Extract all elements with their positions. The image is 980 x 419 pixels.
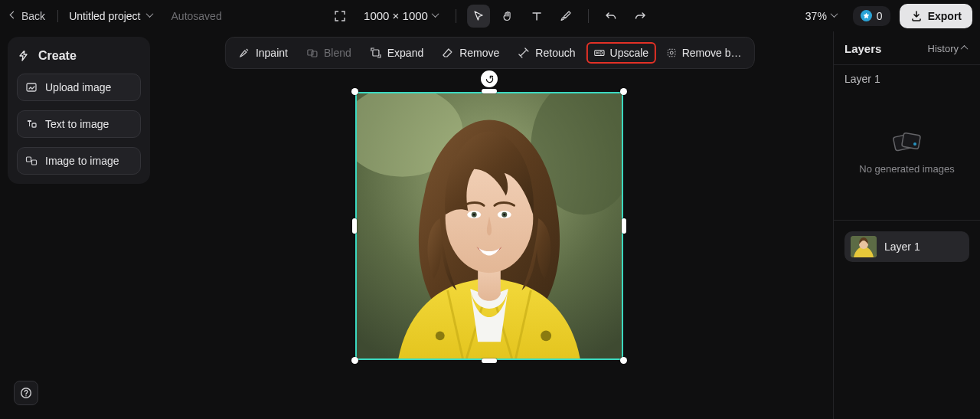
resize-handle-bottom[interactable]: [482, 358, 497, 363]
create-heading: Create: [17, 47, 141, 64]
token-count: 0: [877, 10, 883, 22]
resize-handle-bottom-right[interactable]: [620, 357, 627, 364]
svg-rect-8: [668, 49, 675, 56]
chevron-down-icon: [147, 12, 155, 20]
selected-layer-name: Layer 1: [844, 73, 969, 85]
upscale-button[interactable]: Upscale: [586, 42, 657, 64]
layers-list: Layer 1: [834, 221, 980, 273]
chevron-up-icon: [962, 45, 969, 53]
svg-point-21: [503, 214, 505, 216]
rotate-handle[interactable]: [481, 70, 498, 87]
history-toggle[interactable]: History: [928, 43, 969, 54]
token-balance-button[interactable]: 0: [853, 6, 890, 26]
inpaint-icon: [238, 47, 250, 59]
canvas-image[interactable]: [355, 92, 623, 360]
redo-icon: [634, 10, 646, 22]
export-label: Export: [928, 10, 962, 22]
brush-tool[interactable]: [554, 5, 577, 28]
redo-button[interactable]: [629, 5, 652, 28]
hand-tool[interactable]: [496, 5, 519, 28]
expand-icon: [370, 47, 382, 59]
text-to-image-icon: [25, 118, 38, 130]
hd-icon: [594, 47, 605, 58]
divider: [57, 10, 58, 22]
resize-handle-top-left[interactable]: [351, 88, 358, 95]
export-button[interactable]: Export: [900, 4, 972, 28]
svg-point-13: [436, 331, 445, 340]
resize-handle-bottom-left[interactable]: [351, 357, 358, 364]
token-icon: [861, 10, 872, 21]
inpaint-label: Inpaint: [256, 47, 288, 59]
canvas-selection[interactable]: [355, 92, 623, 360]
image-to-image-button[interactable]: Image to image: [17, 147, 141, 175]
svg-rect-6: [373, 50, 379, 56]
text-to-image-label: Text to image: [45, 118, 109, 130]
remove-background-label: Remove back…: [682, 47, 742, 59]
blend-label: Blend: [324, 47, 351, 59]
remove-background-icon: [667, 47, 677, 59]
zoom-value: 37%: [805, 10, 827, 22]
inpaint-button[interactable]: Inpaint: [230, 42, 296, 64]
resize-handle-top[interactable]: [482, 89, 497, 93]
upload-image-icon: [25, 81, 38, 93]
project-title: Untitled project: [69, 10, 140, 22]
undo-button[interactable]: [599, 5, 622, 28]
resize-canvas-button[interactable]: [328, 5, 351, 28]
topbar-center-group: 1000 × 1000: [328, 5, 652, 28]
help-button[interactable]: [14, 381, 38, 405]
remove-label: Remove: [459, 47, 499, 59]
text-tool[interactable]: [525, 5, 548, 28]
svg-point-24: [913, 142, 916, 146]
portrait-image: [357, 93, 622, 358]
history-tool-group: [599, 5, 652, 28]
canvas-size-text: 1000 × 1000: [364, 9, 428, 22]
remove-button[interactable]: Remove: [434, 42, 507, 64]
retouch-icon: [518, 47, 530, 59]
expand-button[interactable]: Expand: [362, 42, 431, 64]
resize-handle-top-right[interactable]: [620, 88, 627, 95]
resize-icon: [334, 10, 346, 22]
resize-handle-left[interactable]: [352, 218, 357, 234]
autosave-status: Autosaved: [172, 10, 222, 22]
svg-point-14: [541, 330, 551, 341]
divider: [588, 9, 589, 23]
create-panel: Create Upload image Text to image Image …: [8, 37, 150, 184]
svg-rect-2: [27, 157, 31, 162]
back-button[interactable]: Back: [8, 7, 48, 25]
upload-image-button[interactable]: Upload image: [17, 74, 141, 101]
blend-icon: [306, 47, 318, 59]
project-title-dropdown[interactable]: Untitled project: [67, 7, 155, 25]
images-icon: [892, 131, 923, 152]
create-label: Create: [38, 49, 77, 63]
history-label: History: [928, 43, 959, 54]
divider: [456, 9, 456, 23]
zoom-dropdown[interactable]: 37%: [801, 7, 844, 25]
text-icon: [531, 10, 543, 22]
layer-row-label: Layer 1: [884, 241, 920, 253]
eraser-icon: [442, 47, 454, 59]
svg-rect-23: [901, 133, 920, 149]
retouch-button[interactable]: Retouch: [510, 42, 583, 64]
text-to-image-button[interactable]: Text to image: [17, 110, 141, 138]
select-tool[interactable]: [467, 5, 490, 28]
retouch-label: Retouch: [535, 47, 575, 59]
svg-rect-4: [308, 50, 313, 55]
help-icon: [20, 387, 32, 399]
layers-body: Layer 1 No generated images: [834, 64, 980, 221]
svg-point-9: [670, 51, 673, 54]
svg-point-20: [473, 214, 475, 216]
action-toolbar: Inpaint Blend Expand Remove Retouch Upsc…: [225, 37, 755, 69]
topbar-left-group: Back Untitled project Autosaved: [8, 7, 222, 25]
no-generated-label: No generated images: [859, 163, 954, 175]
chevron-left-icon: [11, 12, 18, 20]
upscale-label: Upscale: [610, 47, 649, 59]
layers-title: Layers: [844, 42, 881, 55]
layer-row[interactable]: Layer 1: [844, 231, 969, 262]
layer-thumbnail: [851, 236, 877, 257]
topbar-right-group: 37% 0 Export: [801, 4, 972, 28]
blend-button: Blend: [299, 42, 359, 64]
resize-handle-right[interactable]: [622, 218, 626, 234]
canvas-size-dropdown[interactable]: 1000 × 1000: [359, 6, 445, 25]
remove-background-button[interactable]: Remove back…: [659, 42, 750, 64]
upload-image-label: Upload image: [45, 81, 111, 93]
